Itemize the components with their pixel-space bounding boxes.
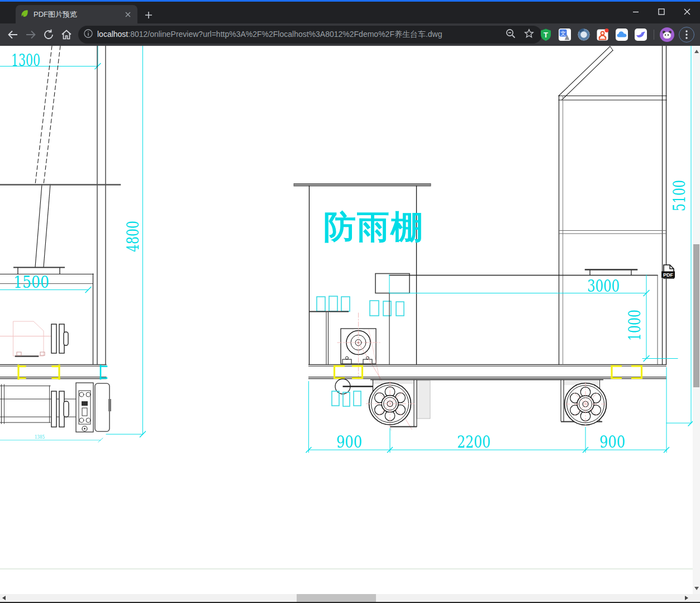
minimize-icon[interactable] (623, 2, 649, 22)
svg-text:T: T (544, 31, 548, 39)
url-host: localhost (97, 30, 128, 39)
back-icon[interactable] (4, 26, 21, 43)
dim-3000: 3000 (587, 276, 620, 296)
info-icon[interactable] (84, 29, 93, 40)
vertical-scrollbar[interactable] (693, 46, 700, 594)
center-view: 防雨棚 (294, 184, 431, 431)
undercarriage (332, 379, 607, 428)
profile-avatar[interactable] (660, 27, 674, 42)
maximize-icon[interactable] (649, 2, 674, 22)
new-tab-icon[interactable] (142, 8, 155, 22)
pdf-file-icon[interactable]: PDF (661, 265, 675, 278)
shed-label: 防雨棚 (323, 208, 424, 245)
dim-1500: 1500 (13, 272, 49, 292)
left-view: 1300 4800 1500 (0, 46, 146, 442)
dim-1385: 1385 (35, 434, 45, 440)
frame-rails (308, 365, 666, 379)
scroll-up-icon[interactable] (694, 50, 699, 53)
scroll-right-icon[interactable] (685, 596, 688, 600)
cad-drawing: 1300 4800 1500 (0, 46, 693, 594)
bookmark-star-icon[interactable] (524, 29, 534, 41)
cloud-extension-icon[interactable] (615, 27, 629, 42)
translate-extension-icon[interactable]: 文 (558, 27, 572, 42)
zoom-page-icon[interactable] (505, 28, 516, 41)
tab-close-icon[interactable] (123, 10, 133, 20)
wheel-left (366, 380, 417, 428)
forward-icon[interactable] (22, 26, 39, 43)
cyan-boxes-upper (317, 296, 404, 316)
favicon-spring-leaf-icon (20, 9, 29, 20)
browser-tab[interactable]: PDF图片预览 (16, 5, 137, 23)
extension-row: T 文 (539, 25, 694, 45)
dim-1000: 1000 (625, 310, 644, 341)
tab-title: PDF图片预览 (34, 10, 123, 20)
dim-900-left: 900 (336, 432, 362, 452)
vertical-scroll-thumb[interactable] (693, 244, 699, 387)
close-window-icon[interactable] (674, 2, 700, 22)
browser-menu-icon[interactable] (679, 27, 694, 42)
reload-icon[interactable] (40, 26, 57, 43)
url-text: localhost:8012/onlinePreview?url=http%3A… (97, 30, 505, 40)
helper-extension-icon[interactable] (596, 27, 610, 42)
tampermonkey-extension-icon[interactable]: T (539, 27, 553, 42)
scroll-left-icon[interactable] (2, 596, 6, 600)
page-content: 1300 4800 1500 (0, 46, 700, 603)
pdf-badge-label: PDF (663, 272, 674, 278)
svg-text:文: 文 (560, 30, 566, 36)
right-view: 5100 3000 1000 (389, 46, 693, 426)
dim-1300: 1300 (11, 50, 40, 70)
horizontal-scrollbar[interactable] (0, 594, 693, 602)
url-path: :8012/onlinePreview?url=http%3A%2F%2Floc… (128, 30, 442, 39)
horizontal-scroll-thumb[interactable] (297, 594, 376, 602)
bird-extension-icon[interactable] (634, 27, 648, 42)
home-icon[interactable] (58, 26, 75, 43)
toolbar-separator (654, 30, 654, 40)
dim-2200: 2200 (457, 432, 491, 452)
url-bar[interactable]: localhost:8012/onlinePreview?url=http%3A… (78, 26, 542, 44)
circle-extension-icon[interactable] (577, 27, 591, 42)
scrollbar-corner (693, 594, 700, 602)
dim-900-right: 900 (599, 432, 625, 452)
dim-4800: 4800 (123, 221, 142, 252)
scroll-down-icon[interactable] (694, 587, 699, 590)
titlebar: PDF图片预览 (0, 2, 700, 23)
wheel-right (561, 380, 607, 426)
dim-5100: 5100 (669, 180, 689, 211)
window-controls (623, 2, 700, 23)
